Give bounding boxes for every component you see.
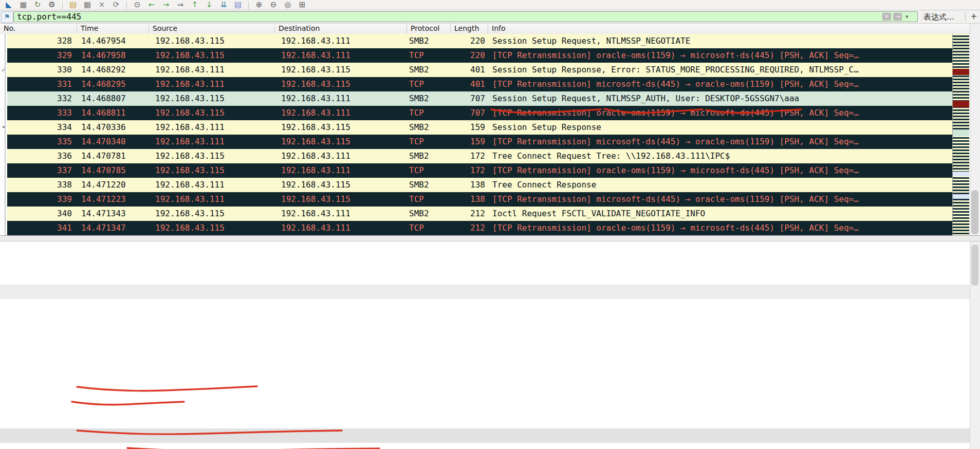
reload-icon[interactable]: ⟳ (110, 0, 122, 10)
packet-row-339[interactable]: 339 14.471223 192.168.43.111 192.168.43.… (0, 192, 952, 207)
cell-source: 192.168.43.115 (149, 91, 275, 106)
cell-protocol: TCP (407, 106, 451, 120)
detail-line[interactable]: ›Session Key: 0bf5ebd682ff37795617b4ed0a… (0, 414, 970, 428)
cell-destination: 192.168.43.115 (275, 63, 407, 77)
capture-options-icon[interactable]: ⚙ (46, 0, 58, 10)
row-marker (0, 34, 7, 48)
close-capture-icon[interactable]: × (96, 0, 107, 10)
column-header-destination[interactable]: Destination (275, 24, 407, 34)
detail-line[interactable]: ›Negotiate Flags: 0xe2888215, Negotiate … (0, 428, 970, 443)
column-header-source[interactable]: Source (149, 24, 275, 34)
cell-destination: 192.168.43.111 (275, 48, 407, 63)
packet-list-scrollbar[interactable] (970, 24, 980, 235)
scrollbar-thumb[interactable] (971, 245, 978, 286)
cell-protocol: SMB2 (407, 120, 451, 135)
filter-clear-icon[interactable]: × (882, 13, 891, 21)
cell-source: 192.168.43.115 (149, 163, 275, 178)
cell-time: 14.468292 (77, 63, 149, 77)
resize-columns-icon[interactable]: ⊞ (297, 0, 308, 10)
cell-info: [TCP Retransmission] oracle-oms(1159) → … (488, 48, 952, 63)
row-marker (0, 163, 7, 178)
stop-capture-icon[interactable]: ■ (17, 0, 29, 10)
cell-protocol: SMB2 (407, 34, 451, 48)
row-marker (0, 77, 7, 91)
go-to-packet-icon[interactable]: ⇒ (175, 0, 186, 10)
detail-line[interactable]: LMv2 Client Challenge: 0000000000000000 (0, 342, 970, 357)
packet-row-330[interactable]: ✓ 330 14.468292 192.168.43.111 192.168.4… (0, 63, 952, 77)
packet-row-340[interactable]: 340 14.471343 192.168.43.115 192.168.43.… (0, 207, 952, 221)
detail-line[interactable]: ›User name: aaa (0, 385, 970, 400)
display-filter-input[interactable] (13, 11, 918, 22)
cell-no: 340 (7, 207, 77, 221)
expression-button[interactable]: 表达式… (923, 12, 954, 22)
packet-row-341[interactable]: 341 14.471347 192.168.43.115 192.168.43.… (0, 221, 952, 235)
detail-line[interactable]: NTLM Message Type: NTLMSSP_AUTH (0x00000… (0, 313, 970, 328)
find-packet-icon[interactable]: ⊙ (132, 0, 143, 10)
start-capture-icon[interactable]: ◣ (3, 0, 14, 10)
cell-no: 341 (7, 221, 77, 235)
detail-line[interactable]: ›negTokenTarg (0, 241, 970, 256)
toolbar-divider (62, 2, 63, 9)
packet-row-331[interactable]: 331 14.468295 192.168.43.111 192.168.43.… (0, 77, 952, 91)
cell-time: 14.470785 (77, 163, 149, 178)
filter-dropdown-caret-icon[interactable]: ▾ (905, 13, 909, 20)
scrollbar-thumb[interactable] (971, 190, 978, 234)
packet-row-337[interactable]: 337 14.470785 192.168.43.115 192.168.43.… (0, 163, 952, 178)
detail-line[interactable]: ›NTLM Response: bb92b4b4381d0cd86be55983… (0, 357, 970, 371)
colorize-icon[interactable]: ▤ (232, 0, 244, 10)
detail-line[interactable]: ›Domain name: DESKTOP-5GSSGN7 (0, 371, 970, 385)
cell-no: 334 (7, 120, 77, 135)
detail-line[interactable]: responseToken: 4e544c4d53535000030000001… (0, 270, 970, 285)
column-header-protocol[interactable]: Protocol (407, 24, 451, 34)
pane-splitter[interactable] (0, 235, 980, 241)
go-first-icon[interactable]: ↑ (189, 0, 200, 10)
packet-row-335[interactable]: 335 14.470340 192.168.43.111 192.168.43.… (0, 135, 952, 149)
detail-line[interactable]: negResult: accept-incomplete (1) (0, 256, 970, 270)
row-marker (0, 192, 7, 207)
open-file-icon[interactable]: ▤ (67, 0, 79, 10)
zoom-out-icon[interactable]: ⊖ (268, 0, 279, 10)
cell-length: 401 (451, 63, 488, 77)
zoom-in-icon[interactable]: ⊕ (253, 0, 265, 10)
add-filter-button[interactable]: + (969, 11, 978, 22)
go-last-icon[interactable]: ↓ (204, 0, 215, 10)
detail-line[interactable]: NTLMSSP identifier: NTLMSSP (0, 299, 970, 313)
row-marker: • (0, 120, 7, 135)
packet-row-329[interactable]: 329 14.467958 192.168.43.115 192.168.43.… (0, 48, 952, 63)
cell-time: 14.467954 (77, 34, 149, 48)
column-header-length[interactable]: Length (451, 24, 488, 34)
cell-info: [TCP Retransmission] oracle-oms(1159) → … (488, 106, 952, 120)
column-header-info[interactable]: Info (488, 24, 980, 34)
cell-time: 14.468807 (77, 91, 149, 106)
zoom-original-icon[interactable]: ◎ (282, 0, 293, 10)
cell-source: 192.168.43.115 (149, 48, 275, 63)
packet-row-333[interactable]: 333 14.468811 192.168.43.115 192.168.43.… (0, 106, 952, 120)
detail-pane-scrollbar[interactable] (970, 241, 980, 449)
cell-destination: 192.168.43.111 (275, 91, 407, 106)
packet-row-336[interactable]: 336 14.470781 192.168.43.115 192.168.43.… (0, 149, 952, 163)
auto-scroll-icon[interactable]: ⇊ (218, 0, 229, 10)
detail-line[interactable]: ›Lan Manager Response: 00000000000000000… (0, 328, 970, 342)
filter-bookmark-icon[interactable]: ⚑ (1, 11, 13, 23)
cell-info: [TCP Retransmission] microsoft-ds(445) →… (488, 192, 952, 207)
cell-length: 707 (451, 91, 488, 106)
packet-row-332[interactable]: 332 14.468807 192.168.43.115 192.168.43.… (0, 91, 952, 106)
detail-line[interactable]: ›NTLM Secure Service Provider (0, 285, 970, 299)
cell-source: 192.168.43.111 (149, 135, 275, 149)
packet-row-328[interactable]: 328 14.467954 192.168.43.115 192.168.43.… (0, 34, 952, 48)
cell-no: 332 (7, 91, 77, 106)
filter-apply-icon[interactable]: → (893, 13, 902, 21)
cell-source: 192.168.43.111 (149, 178, 275, 192)
detail-line[interactable]: ›Host name: DESKTOP-5GSSGN7 (0, 400, 970, 414)
go-back-icon[interactable]: ← (146, 0, 157, 10)
column-header-no[interactable]: No. (0, 24, 77, 34)
row-marker (0, 91, 7, 106)
go-forward-icon[interactable]: → (160, 0, 172, 10)
packet-row-338[interactable]: 338 14.471220 192.168.43.111 192.168.43.… (0, 178, 952, 192)
hex-grid-icon[interactable]: ▦ (82, 0, 93, 10)
packet-row-334[interactable]: • 334 14.470336 192.168.43.111 192.168.4… (0, 120, 952, 135)
column-header-time[interactable]: Time (77, 24, 149, 34)
packet-minimap[interactable] (952, 34, 969, 235)
restart-capture-icon[interactable]: ↻ (32, 0, 43, 10)
minimap-error-band (953, 101, 969, 107)
